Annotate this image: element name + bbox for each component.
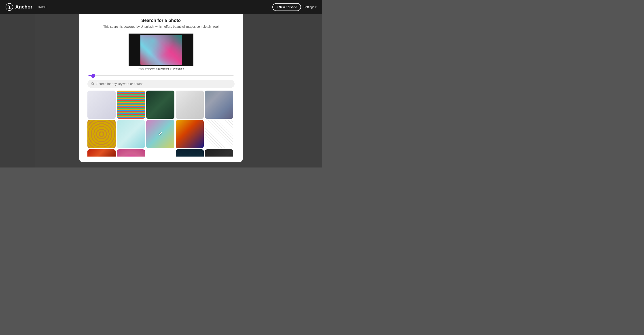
settings-button[interactable]: Settings ▾ <box>304 5 317 9</box>
search-box <box>88 80 234 88</box>
preview-black-background <box>128 34 194 66</box>
search-container <box>80 80 242 90</box>
chevron-down-icon: ▾ <box>315 5 317 9</box>
search-input[interactable] <box>96 82 231 86</box>
photo-credit: Photo by Paweł Czerwiński on Unsplash <box>80 67 242 70</box>
list-item[interactable] <box>146 90 174 119</box>
modal-subtitle: This search is powered by Unsplash, whic… <box>88 24 234 29</box>
zoom-slider-container <box>80 72 242 80</box>
svg-line-5 <box>94 84 94 86</box>
header-right: + New Episode Settings ▾ <box>272 3 317 11</box>
search-icon <box>91 82 94 86</box>
list-item[interactable] <box>205 90 233 119</box>
preview-artwork-image <box>140 35 182 65</box>
list-item[interactable] <box>117 120 145 148</box>
photo-credit-unsplash[interactable]: Unsplash <box>173 67 184 70</box>
logo-area: Anchor <box>5 3 32 11</box>
photo-search-modal: Search for a photo This search is powere… <box>80 14 242 162</box>
settings-label: Settings <box>304 5 314 9</box>
list-item[interactable] <box>146 120 174 148</box>
list-item[interactable] <box>117 90 145 119</box>
list-item[interactable] <box>176 120 204 148</box>
image-grid-wrapper <box>80 90 242 156</box>
list-item[interactable] <box>176 150 204 156</box>
list-item[interactable] <box>117 150 145 156</box>
list-item[interactable] <box>205 120 233 148</box>
svg-point-1 <box>9 5 10 6</box>
new-episode-button[interactable]: + New Episode <box>272 3 301 11</box>
list-item[interactable] <box>146 150 174 156</box>
nav-dashboard[interactable]: DASH <box>38 5 46 9</box>
app-header: Anchor DASH + New Episode Settings ▾ <box>0 0 322 14</box>
photo-credit-on: on <box>170 67 173 70</box>
photo-credit-author[interactable]: Paweł Czerwiński <box>148 67 169 70</box>
list-item[interactable] <box>176 90 204 119</box>
preview-container <box>80 34 242 66</box>
list-item[interactable] <box>88 120 116 148</box>
list-item[interactable] <box>88 150 116 156</box>
zoom-slider[interactable] <box>88 75 234 76</box>
image-grid <box>88 90 234 156</box>
photo-credit-prefix: Photo by <box>138 67 148 70</box>
modal-header: Search for a photo This search is powere… <box>80 14 242 32</box>
list-item[interactable] <box>88 90 116 119</box>
modal-title: Search for a photo <box>88 18 234 23</box>
logo-text: Anchor <box>15 4 32 10</box>
anchor-logo-icon <box>5 3 14 11</box>
overlay-background: Search for a photo This search is powere… <box>0 14 322 168</box>
list-item[interactable] <box>205 150 233 156</box>
